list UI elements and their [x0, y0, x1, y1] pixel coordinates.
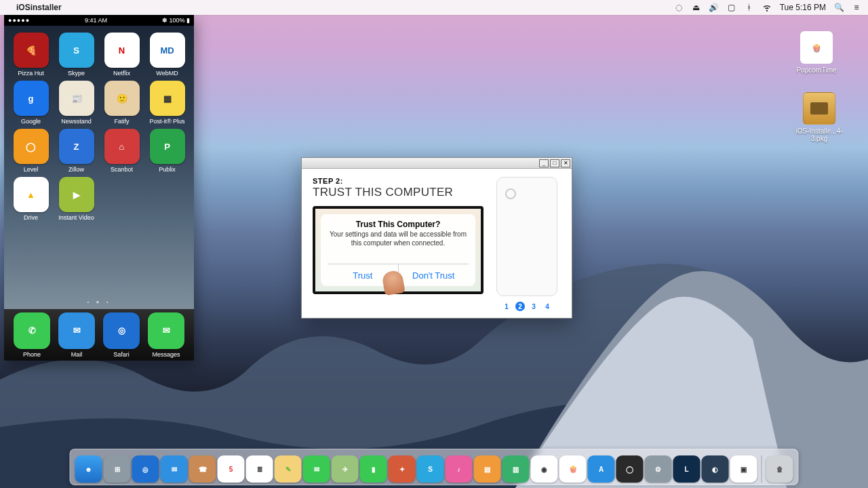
- app-label: Safari: [103, 351, 140, 358]
- iphone-app-newsstand[interactable]: 📰Newsstand: [55, 81, 98, 125]
- iphone-dock-messages[interactable]: ✉Messages: [148, 312, 184, 358]
- app-label: Mail: [58, 351, 95, 358]
- app-icon: N: [104, 33, 140, 68]
- macos-menubar: iOSinstaller ◌ ⏏ 🔊 ▢ ᚼ Tue 5:16 PM 🔍 ≡: [0, 0, 868, 15]
- dock-item-obs[interactable]: ◯: [616, 455, 644, 483]
- eject-icon[interactable]: ⏏: [692, 3, 701, 12]
- airplay-icon[interactable]: ▢: [727, 3, 736, 12]
- app-label: Pizza Hut: [9, 70, 52, 77]
- app-icon: ✉: [58, 312, 95, 349]
- iphone-dock-phone[interactable]: ✆Phone: [14, 312, 50, 358]
- menubar-app-name[interactable]: iOSinstaller: [16, 3, 62, 12]
- dock-item-mail[interactable]: ✉: [161, 455, 188, 483]
- prompt-title: Trust This Computer?: [356, 220, 441, 229]
- app-label: Netflix: [100, 70, 143, 77]
- step-dot-2[interactable]: 2: [515, 302, 525, 311]
- notification-center-icon[interactable]: ≡: [852, 3, 861, 12]
- app-icon: S: [59, 33, 94, 68]
- iphone-app-google[interactable]: gGoogle: [9, 81, 52, 125]
- spotlight-icon[interactable]: 🔍: [834, 3, 844, 12]
- dock-item-facetime[interactable]: ▮: [360, 455, 387, 483]
- app-label: Drive: [9, 214, 52, 221]
- dock-item-ibooks[interactable]: ▤: [474, 455, 501, 483]
- app-label: Phone: [14, 351, 50, 358]
- page-indicator[interactable]: • ● •: [4, 299, 194, 305]
- dock-item-notes[interactable]: ✎: [275, 455, 302, 483]
- iphone-app-pizza-hut[interactable]: 🍕Pizza Hut: [9, 33, 52, 77]
- iphone-app-drive[interactable]: ▲Drive: [9, 177, 52, 221]
- app-icon: ◯: [14, 129, 49, 164]
- app-icon: ▶: [59, 177, 94, 212]
- dock-item-numbers[interactable]: ▥: [502, 455, 530, 483]
- iphone-app-zillow[interactable]: ZZillow: [55, 129, 98, 173]
- close-button[interactable]: ✕: [561, 159, 570, 167]
- window-titlebar[interactable]: _ □ ✕: [302, 158, 572, 169]
- minimize-button[interactable]: _: [539, 159, 549, 167]
- dock-item-photobooth[interactable]: ✦: [389, 455, 416, 483]
- step-dot-1[interactable]: 1: [502, 302, 511, 311]
- menubar-clock[interactable]: Tue 5:16 PM: [780, 3, 826, 12]
- dock-item-steam[interactable]: ◐: [702, 455, 729, 483]
- app-label: Skype: [55, 70, 98, 77]
- iphone-clock: 9:41 AM: [85, 17, 107, 24]
- iphone-app-publix[interactable]: PPublix: [146, 129, 189, 173]
- maximize-button[interactable]: □: [550, 159, 559, 167]
- iphone-app-skype[interactable]: SSkype: [55, 33, 98, 77]
- iphone-app-scanbot[interactable]: ⌂Scanbot: [100, 129, 143, 173]
- dock-item-safari[interactable]: ◎: [132, 455, 159, 483]
- iphone-app-netflix[interactable]: NNetflix: [100, 33, 143, 77]
- app-label: Newsstand: [55, 118, 98, 125]
- macos-dock: ☻⊞◎✉☎5≣✎✉✈▮✦S♪▤▥◉🍿A◯⚙L◐▣🗑: [70, 449, 799, 485]
- app-label: Scanbot: [100, 166, 143, 173]
- dock-item-sysprefs[interactable]: ⚙: [645, 455, 672, 483]
- app-icon: g: [14, 81, 49, 116]
- step-dot-4[interactable]: 4: [542, 302, 552, 311]
- iphone-mirror-window: ●●●●● 9:41 AM ✽ 100% ▮ 🍕Pizza HutSSkypeN…: [4, 15, 194, 361]
- dont-trust-button[interactable]: Don't Trust: [399, 264, 469, 286]
- dock-item-maps[interactable]: ✈: [332, 455, 359, 483]
- iphone-app-level[interactable]: ◯Level: [9, 129, 52, 173]
- options-status-icon[interactable]: ◌: [674, 3, 684, 12]
- bluetooth-icon[interactable]: ᚼ: [745, 3, 754, 12]
- dock-item-game-l[interactable]: L: [673, 455, 701, 483]
- trust-prompt-illustration: Trust This Computer? Your settings and d…: [313, 206, 484, 294]
- volume-icon[interactable]: 🔊: [709, 3, 719, 12]
- iphone-dock: ✆Phone✉Mail◎Safari✉Messages: [4, 309, 194, 361]
- app-label: Messages: [148, 351, 184, 358]
- dock-item-contacts[interactable]: ☎: [189, 455, 216, 483]
- dock-item-skype[interactable]: S: [417, 455, 444, 483]
- prompt-description: Your settings and data will be accessibl…: [328, 230, 469, 247]
- dock-item-launchpad[interactable]: ⊞: [104, 455, 131, 483]
- iphone-battery: ✽ 100% ▮: [162, 17, 190, 24]
- iphone-dock-mail[interactable]: ✉Mail: [58, 312, 95, 358]
- dock-separator: [762, 455, 762, 483]
- dock-item-popcorn[interactable]: 🍿: [559, 455, 587, 483]
- dock-item-chrome[interactable]: ◉: [531, 455, 558, 483]
- step-pager: 1234: [502, 302, 552, 311]
- dock-item-messages[interactable]: ✉: [303, 455, 330, 483]
- desktop-icon-label: PopcornTime: [792, 66, 841, 74]
- iphone-dock-safari[interactable]: ◎Safari: [103, 312, 140, 358]
- app-icon: ◎: [103, 312, 140, 349]
- app-label: Post-it® Plus: [146, 118, 189, 125]
- dock-item-iosinstaller[interactable]: ▣: [730, 455, 757, 483]
- signal-dots-icon: ●●●●●: [8, 17, 30, 24]
- app-icon: ⌂: [104, 129, 140, 164]
- iphone-app-webmd[interactable]: MDWebMD: [146, 33, 189, 77]
- step-dot-3[interactable]: 3: [529, 302, 538, 311]
- iphone-app-instant-video[interactable]: ▶Instant Video: [55, 177, 98, 221]
- iphone-app-post-it-plus[interactable]: ▦Post-it® Plus: [146, 81, 189, 125]
- iphone-app-fatify[interactable]: 🙂Fatify: [100, 81, 143, 125]
- app-label: Google: [9, 118, 52, 125]
- dock-item-calendar[interactable]: 5: [218, 455, 245, 483]
- wifi-icon[interactable]: [762, 3, 772, 12]
- iphone-back-illustration: [496, 177, 557, 296]
- dock-item-appstore[interactable]: A: [588, 455, 615, 483]
- dock-item-itunes[interactable]: ♪: [446, 455, 473, 483]
- dock-item-trash[interactable]: 🗑: [766, 455, 793, 483]
- dock-item-finder[interactable]: ☻: [75, 455, 102, 483]
- app-label: Publix: [146, 166, 189, 173]
- desktop-icon-ios-installer-pkg[interactable]: iOS-Installe...4-3.pkg: [795, 92, 844, 142]
- desktop-icon-popcorntime[interactable]: 🍿 PopcornTime: [792, 31, 841, 74]
- dock-item-reminders[interactable]: ≣: [246, 455, 273, 483]
